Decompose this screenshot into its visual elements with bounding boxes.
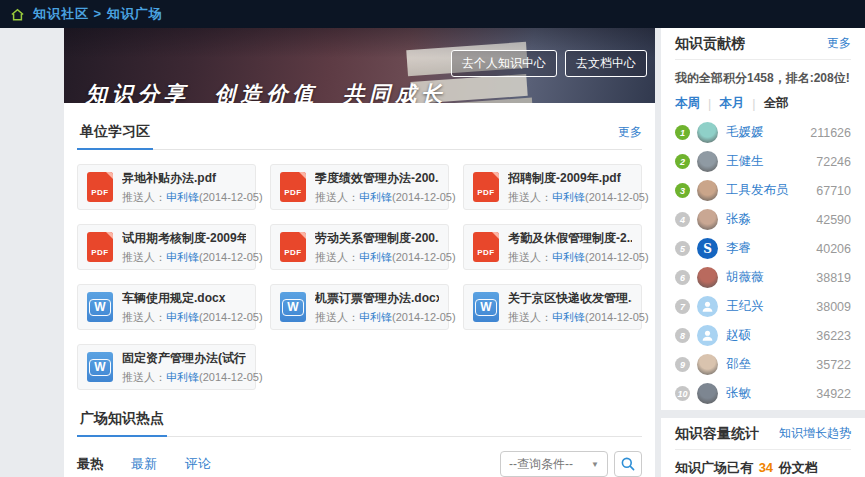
leaderboard-row: 9邵垒35722 bbox=[675, 350, 851, 379]
user-score: 35722 bbox=[816, 358, 851, 372]
user-name-link[interactable]: 工具发布员 bbox=[726, 182, 789, 199]
pusher-link[interactable]: 申利锋 bbox=[166, 371, 199, 383]
file-meta: 推送人：申利锋(2014-12-05) bbox=[122, 190, 246, 205]
pusher-link[interactable]: 申利锋 bbox=[359, 311, 392, 323]
person-icon bbox=[700, 328, 715, 343]
word-file-icon: W bbox=[87, 352, 113, 382]
pusher-link[interactable]: 申利锋 bbox=[166, 191, 199, 203]
top-nav-bar: 知识社区 > 知识广场 bbox=[0, 0, 865, 28]
user-score: 211626 bbox=[810, 126, 851, 140]
capacity-title: 知识容量统计 bbox=[675, 425, 759, 443]
document-card[interactable]: PDF考勤及休假管理制度-2..推送人：申利锋(2014-12-05) bbox=[463, 224, 642, 270]
file-meta: 推送人：申利锋(2014-12-05) bbox=[122, 370, 246, 385]
breadcrumb[interactable]: 知识社区 > 知识广场 bbox=[33, 5, 163, 23]
query-condition-value: --查询条件-- bbox=[509, 456, 573, 473]
contribution-board-more-link[interactable]: 更多 bbox=[827, 35, 851, 52]
word-file-icon: W bbox=[280, 292, 306, 322]
file-title: 车辆使用规定.docx bbox=[122, 290, 246, 307]
user-score: 42590 bbox=[816, 213, 851, 227]
board-tab-全部[interactable]: 全部 bbox=[764, 95, 789, 112]
pusher-link[interactable]: 申利锋 bbox=[359, 191, 392, 203]
user-score: 36223 bbox=[816, 329, 851, 343]
hotspot-tab-评论[interactable]: 评论 bbox=[185, 455, 211, 473]
user-score: 67710 bbox=[816, 184, 851, 198]
document-card[interactable]: PDF季度绩效管理办法-200..推送人：申利锋(2014-12-05) bbox=[270, 164, 449, 210]
contribution-board-panel: 知识贡献榜 更多 我的全部积分1458，排名:208位! 本周|本月|全部 1毛… bbox=[661, 28, 865, 410]
pdf-file-icon: PDF bbox=[280, 172, 306, 202]
file-title: 季度绩效管理办法-200.. bbox=[315, 170, 439, 187]
pusher-link[interactable]: 申利锋 bbox=[359, 251, 392, 263]
capacity-text-after: 份文档 bbox=[779, 460, 818, 475]
board-tabs: 本周|本月|全部 bbox=[675, 95, 851, 118]
user-name-link[interactable]: 毛媛媛 bbox=[726, 124, 764, 141]
growth-trend-link[interactable]: 知识增长趋势 bbox=[779, 425, 851, 442]
user-name-link[interactable]: 王健生 bbox=[726, 153, 764, 170]
leaderboard-row: 7王纪兴38009 bbox=[675, 292, 851, 321]
file-meta: 推送人：申利锋(2014-12-05) bbox=[315, 190, 439, 205]
leaderboard-row: 4张淼42590 bbox=[675, 205, 851, 234]
rank-badge: 4 bbox=[675, 212, 690, 227]
user-name-link[interactable]: 胡薇薇 bbox=[726, 269, 764, 286]
document-card[interactable]: W车辆使用规定.docx推送人：申利锋(2014-12-05) bbox=[77, 284, 256, 330]
sidebar: 知识贡献榜 更多 我的全部积分1458，排名:208位! 本周|本月|全部 1毛… bbox=[661, 28, 865, 477]
document-card[interactable]: PDF异地补贴办法.pdf推送人：申利锋(2014-12-05) bbox=[77, 164, 256, 210]
personal-knowledge-center-button[interactable]: 去个人知识中心 bbox=[451, 50, 557, 77]
hotspot-tab-最新[interactable]: 最新 bbox=[131, 455, 157, 473]
document-card[interactable]: PDF劳动关系管理制度-200..推送人：申利锋(2014-12-05) bbox=[270, 224, 449, 270]
board-tab-本周[interactable]: 本周 bbox=[675, 95, 700, 112]
word-file-icon: W bbox=[87, 292, 113, 322]
tab-separator: | bbox=[708, 97, 711, 111]
pusher-link[interactable]: 申利锋 bbox=[552, 251, 585, 263]
card-text: 车辆使用规定.docx推送人：申利锋(2014-12-05) bbox=[122, 290, 246, 325]
pusher-link[interactable]: 申利锋 bbox=[166, 311, 199, 323]
avatar bbox=[697, 122, 718, 143]
user-name-link[interactable]: 张淼 bbox=[726, 211, 751, 228]
hotspot-tabs-mount: 最热最新评论 bbox=[77, 455, 239, 473]
user-score: 72246 bbox=[816, 155, 851, 169]
document-center-button[interactable]: 去文档中心 bbox=[565, 50, 647, 77]
query-condition-select[interactable]: --查询条件-- ▼ bbox=[500, 451, 608, 477]
avatar bbox=[697, 151, 718, 172]
unit-learning-section: 单位学习区 更多 PDF异地补贴办法.pdf推送人：申利锋(2014-12-05… bbox=[64, 103, 655, 390]
card-text: 考勤及休假管理制度-2..推送人：申利锋(2014-12-05) bbox=[508, 230, 632, 265]
user-name-link[interactable]: 邵垒 bbox=[726, 356, 751, 373]
pdf-file-icon: PDF bbox=[87, 232, 113, 262]
rank-badge: 7 bbox=[675, 299, 690, 314]
file-title: 关于京区快递收发管理.. bbox=[508, 290, 632, 307]
document-card[interactable]: W固定资产管理办法(试行..推送人：申利锋(2014-12-05) bbox=[77, 344, 256, 390]
unit-learning-header: 单位学习区 更多 bbox=[77, 117, 642, 150]
user-name-link[interactable]: 赵硕 bbox=[726, 327, 751, 344]
document-card[interactable]: W关于京区快递收发管理..推送人：申利锋(2014-12-05) bbox=[463, 284, 642, 330]
unit-learning-more-link[interactable]: 更多 bbox=[618, 124, 642, 149]
pusher-link[interactable]: 申利锋 bbox=[552, 191, 585, 203]
search-button[interactable] bbox=[614, 451, 642, 477]
leaderboard-row: 6胡薇薇38819 bbox=[675, 263, 851, 292]
avatar bbox=[697, 209, 718, 230]
pusher-link[interactable]: 申利锋 bbox=[552, 311, 585, 323]
hero-banner: 知识分享 创造价值 共同成长 去个人知识中心 去文档中心 bbox=[64, 28, 655, 103]
home-icon[interactable] bbox=[10, 7, 25, 22]
hotspot-tab-最热[interactable]: 最热 bbox=[77, 455, 103, 473]
file-meta: 推送人：申利锋(2014-12-05) bbox=[122, 250, 246, 265]
board-tab-本月[interactable]: 本月 bbox=[719, 95, 744, 112]
user-name-link[interactable]: 张敏 bbox=[726, 385, 751, 402]
rank-badge: 5 bbox=[675, 241, 690, 256]
document-card[interactable]: PDF招聘制度-2009年.pdf推送人：申利锋(2014-12-05) bbox=[463, 164, 642, 210]
file-title: 异地补贴办法.pdf bbox=[122, 170, 246, 187]
person-icon bbox=[700, 299, 715, 314]
leaderboard-list: 1毛媛媛2116262王健生722463工具发布员677104张淼425905S… bbox=[675, 118, 851, 408]
contribution-board-title: 知识贡献榜 bbox=[675, 35, 745, 53]
rank-badge: 2 bbox=[675, 154, 690, 169]
document-card[interactable]: W机票订票管理办法.docx推送人：申利锋(2014-12-05) bbox=[270, 284, 449, 330]
file-title: 试用期考核制度-2009年.. bbox=[122, 230, 246, 247]
user-name-link[interactable]: 王纪兴 bbox=[726, 298, 764, 315]
leaderboard-row: 8赵硕36223 bbox=[675, 321, 851, 350]
pusher-link[interactable]: 申利锋 bbox=[166, 251, 199, 263]
user-name-link[interactable]: 李睿 bbox=[726, 240, 751, 257]
document-card[interactable]: PDF试用期考核制度-2009年..推送人：申利锋(2014-12-05) bbox=[77, 224, 256, 270]
rank-badge: 9 bbox=[675, 357, 690, 372]
banner-slogan: 知识分享 创造价值 共同成长 bbox=[86, 80, 447, 103]
search-icon bbox=[620, 456, 636, 472]
rank-badge: 3 bbox=[675, 183, 690, 198]
banner-buttons: 去个人知识中心 去文档中心 bbox=[451, 50, 647, 77]
